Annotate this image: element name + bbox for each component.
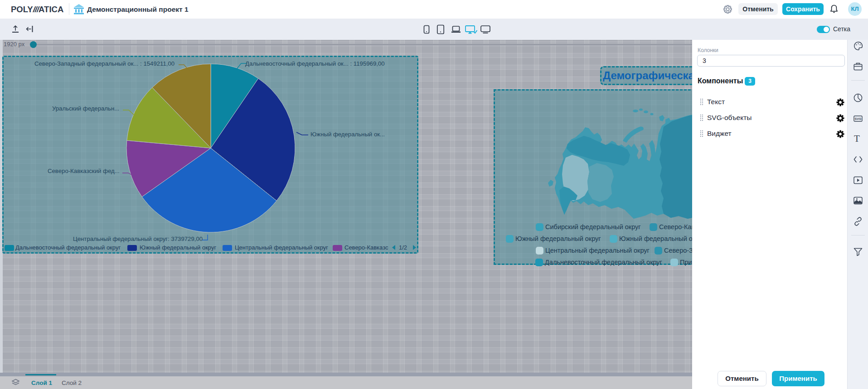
svg-text:SVG: SVG [855, 117, 862, 120]
